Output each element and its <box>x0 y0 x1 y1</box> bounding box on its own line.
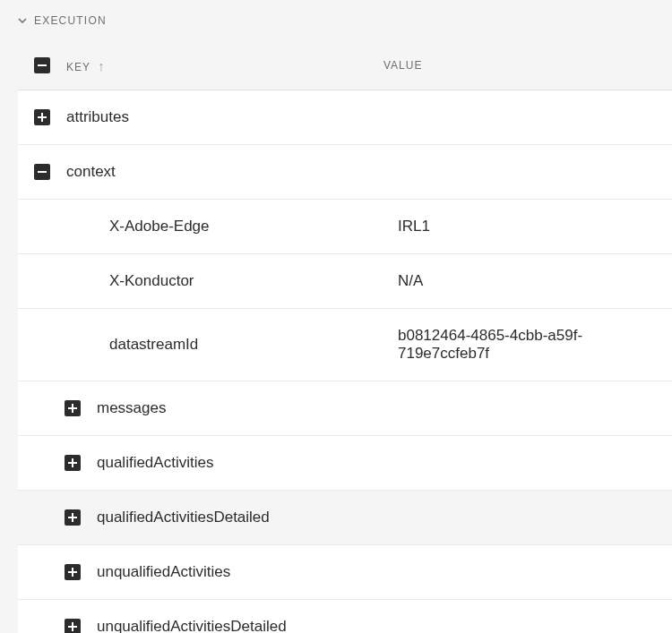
collapse-icon[interactable] <box>34 164 50 180</box>
table-header: KEY ↑ VALUE <box>18 45 672 90</box>
chevron-down-icon <box>18 18 27 23</box>
expand-icon[interactable] <box>65 564 81 580</box>
expand-icon[interactable] <box>65 400 81 416</box>
row-key: unqualifiedActivities <box>97 563 385 581</box>
tree-row[interactable]: unqualifiedActivitiesDetailed <box>18 600 672 633</box>
svg-rect-13 <box>68 626 77 628</box>
row-key: datastreamId <box>109 336 398 354</box>
row-key: attributes <box>66 108 385 126</box>
collapse-all-icon[interactable] <box>34 57 50 73</box>
tree-row[interactable]: attributes <box>18 90 672 145</box>
tree-row[interactable]: datastreamIdb0812464-4865-4cbb-a59f-719e… <box>18 309 672 381</box>
row-value: b0812464-4865-4cbb-a59f-719e7ccfeb7f <box>398 327 672 363</box>
toggle-slot[interactable] <box>18 564 97 580</box>
tree-row[interactable]: qualifiedActivities <box>18 436 672 491</box>
tree-row[interactable]: messages <box>18 381 672 436</box>
row-key: messages <box>97 399 385 417</box>
expand-icon[interactable] <box>34 109 50 125</box>
svg-rect-7 <box>68 462 77 464</box>
toggle-slot[interactable] <box>18 164 66 180</box>
column-header-value[interactable]: VALUE <box>383 59 672 72</box>
expand-icon[interactable] <box>65 619 81 633</box>
svg-rect-0 <box>38 64 47 66</box>
tree-row[interactable]: X-KonductorN/A <box>18 254 672 309</box>
tree-row[interactable]: X-Adobe-EdgeIRL1 <box>18 200 672 254</box>
column-header-key-label: KEY <box>66 61 90 73</box>
svg-rect-2 <box>38 116 47 118</box>
svg-rect-9 <box>68 517 77 518</box>
column-header-value-label: VALUE <box>383 59 422 72</box>
tree-row[interactable]: unqualifiedActivities <box>18 545 672 600</box>
toggle-slot[interactable] <box>18 109 66 125</box>
tree-table: attributescontextX-Adobe-EdgeIRL1X-Kondu… <box>18 90 672 633</box>
section-title: EXECUTION <box>34 14 107 27</box>
row-key: unqualifiedActivitiesDetailed <box>97 618 385 633</box>
svg-rect-11 <box>68 571 77 573</box>
row-value: IRL1 <box>398 218 672 235</box>
svg-rect-5 <box>68 407 77 409</box>
row-key: qualifiedActivities <box>97 454 385 472</box>
toggle-slot[interactable] <box>18 619 97 633</box>
toggle-slot[interactable] <box>18 400 97 416</box>
svg-rect-3 <box>38 171 47 173</box>
expand-icon[interactable] <box>65 509 81 526</box>
tree-row[interactable]: context <box>18 145 672 200</box>
column-header-key[interactable]: KEY ↑ <box>18 57 383 73</box>
row-key: qualifiedActivitiesDetailed <box>97 509 385 526</box>
toggle-slot[interactable] <box>18 455 97 471</box>
expand-icon[interactable] <box>65 455 81 471</box>
row-value: N/A <box>398 272 672 290</box>
row-key: X-Adobe-Edge <box>109 218 398 235</box>
toggle-slot[interactable] <box>18 509 97 526</box>
row-key: X-Konductor <box>109 272 398 290</box>
row-key: context <box>66 163 385 181</box>
sort-ascending-icon: ↑ <box>98 58 106 73</box>
section-header[interactable]: EXECUTION <box>0 0 672 45</box>
tree-row[interactable]: qualifiedActivitiesDetailed <box>18 491 672 545</box>
